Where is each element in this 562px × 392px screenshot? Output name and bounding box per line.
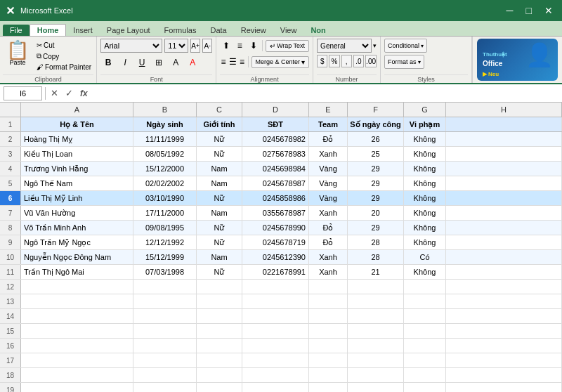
cell-e[interactable]: Vàng bbox=[309, 162, 348, 176]
cell-c[interactable]: Nữ bbox=[197, 221, 242, 235]
maximize-icon[interactable]: □ bbox=[523, 5, 535, 16]
col-header-b[interactable]: B bbox=[133, 103, 197, 117]
header-col-a[interactable]: Họ & Tên bbox=[21, 117, 133, 131]
col-header-e[interactable]: E bbox=[309, 103, 348, 117]
formula-confirm-icon[interactable]: ✓ bbox=[63, 88, 75, 98]
cell-d[interactable]: 0245678990 bbox=[242, 221, 309, 235]
cell-d[interactable]: 0355678987 bbox=[242, 206, 309, 220]
font-decrease-button[interactable]: A- bbox=[202, 39, 212, 53]
cell-b[interactable]: 03/10/1990 bbox=[133, 191, 197, 205]
cell-g[interactable]: Không bbox=[404, 132, 446, 146]
fill-color-button[interactable]: A bbox=[168, 55, 183, 70]
cell-e[interactable]: Đỏ bbox=[309, 132, 348, 146]
cell-e[interactable]: Đỏ bbox=[309, 235, 348, 249]
tab-page-layout[interactable]: Page Layout bbox=[100, 25, 157, 36]
cell-e[interactable]: Xanh bbox=[309, 250, 348, 264]
cell-f[interactable]: 29 bbox=[348, 162, 404, 176]
col-header-a[interactable]: A bbox=[21, 103, 133, 117]
cell-b[interactable]: 17/11/2000 bbox=[133, 206, 197, 220]
header-col-d[interactable]: SĐT bbox=[242, 117, 309, 131]
cell-c[interactable]: Nam bbox=[197, 206, 242, 220]
cell-b[interactable]: 15/12/1999 bbox=[133, 250, 197, 264]
border-button[interactable]: ⊞ bbox=[151, 55, 166, 70]
cell-a[interactable]: Ngô Thế Nam bbox=[21, 176, 133, 190]
col-header-f[interactable]: F bbox=[348, 103, 404, 117]
align-center-button[interactable]: ☰ bbox=[228, 55, 237, 69]
cell-e[interactable]: Xanh bbox=[309, 206, 348, 220]
cell-f[interactable]: 21 bbox=[348, 265, 404, 279]
empty-row[interactable]: 15 bbox=[0, 324, 562, 339]
wrap-text-button[interactable]: ↵ Wrap Text bbox=[266, 40, 309, 52]
format-as-table-button[interactable]: Format as ▾ bbox=[384, 55, 424, 69]
empty-row[interactable]: 18 bbox=[0, 368, 562, 383]
cell-f[interactable]: 25 bbox=[348, 147, 404, 161]
empty-row[interactable]: 16 bbox=[0, 339, 562, 353]
cell-c[interactable]: Nữ bbox=[197, 147, 242, 161]
cell-c[interactable]: Nữ bbox=[197, 191, 242, 205]
col-header-d[interactable]: D bbox=[242, 103, 309, 117]
cell-g[interactable]: Không bbox=[404, 147, 446, 161]
table-row[interactable]: 3 Kiều Thị Loan 08/05/1992 Nữ 0275678983… bbox=[0, 147, 562, 162]
formula-input[interactable] bbox=[93, 86, 558, 100]
cell-a[interactable]: Nguyễn Ngọc Đông Nam bbox=[21, 250, 133, 264]
merge-center-button[interactable]: Merge & Center ▾ bbox=[251, 56, 310, 68]
cell-c[interactable]: Nam bbox=[197, 162, 242, 176]
font-name-select[interactable]: ArialCalibriTimes New Roman bbox=[100, 39, 162, 53]
cell-b[interactable]: 11/11/1999 bbox=[133, 132, 197, 146]
cell-g[interactable]: Không bbox=[404, 265, 446, 279]
empty-row[interactable]: 12 bbox=[0, 280, 562, 294]
cell-b[interactable]: 15/12/2000 bbox=[133, 162, 197, 176]
cell-a[interactable]: Trương Vinh Hằng bbox=[21, 162, 133, 176]
cell-b[interactable]: 12/12/1992 bbox=[133, 235, 197, 249]
cell-d[interactable]: 0245698984 bbox=[242, 162, 309, 176]
cell-e[interactable]: Xanh bbox=[309, 147, 348, 161]
table-row[interactable]: 9 Ngô Trần Mỹ Ngọc 12/12/1992 Nữ 0245678… bbox=[0, 235, 562, 250]
cell-a[interactable]: Kiều Thị Loan bbox=[21, 147, 133, 161]
header-col-g[interactable]: Vi phạm bbox=[404, 117, 446, 131]
tab-non[interactable]: Non bbox=[303, 25, 332, 36]
cell-c[interactable]: Nữ bbox=[197, 235, 242, 249]
font-increase-button[interactable]: A+ bbox=[190, 39, 200, 53]
tab-insert[interactable]: Insert bbox=[66, 25, 100, 36]
tab-home[interactable]: Home bbox=[30, 24, 67, 36]
cell-d[interactable]: 0245678719 bbox=[242, 235, 309, 249]
formula-function-icon[interactable]: fx bbox=[78, 89, 90, 98]
underline-button[interactable]: U bbox=[134, 55, 150, 70]
table-row[interactable]: 5 Ngô Thế Nam 02/02/2002 Nam 0245678987 … bbox=[0, 176, 562, 191]
empty-row[interactable]: 17 bbox=[0, 353, 562, 368]
col-header-c[interactable]: C bbox=[197, 103, 242, 117]
formula-cancel-icon[interactable]: ✕ bbox=[48, 88, 60, 98]
cell-g[interactable]: Không bbox=[404, 221, 446, 235]
cell-e[interactable]: Xanh bbox=[309, 265, 348, 279]
cell-a[interactable]: Vũ Văn Hường bbox=[21, 206, 133, 220]
cell-c[interactable]: Nữ bbox=[197, 265, 242, 279]
cell-e[interactable]: Đỏ bbox=[309, 221, 348, 235]
cell-a[interactable]: Liều Thị Mỹ Linh bbox=[21, 191, 133, 205]
header-col-b[interactable]: Ngày sinh bbox=[133, 117, 197, 131]
cell-f[interactable]: 26 bbox=[348, 132, 404, 146]
cell-a[interactable]: Hoàng Thị Mỵ bbox=[21, 132, 133, 146]
cell-g[interactable]: Không bbox=[404, 235, 446, 249]
percent-button[interactable]: % bbox=[329, 55, 339, 67]
cell-d[interactable]: 0245858986 bbox=[242, 191, 309, 205]
tab-view[interactable]: View bbox=[273, 25, 304, 36]
cell-c[interactable]: Nam bbox=[197, 250, 242, 264]
col-header-h[interactable]: H bbox=[446, 103, 562, 117]
increase-decimal-button[interactable]: .00 bbox=[365, 55, 377, 67]
cell-g[interactable]: Không bbox=[404, 176, 446, 190]
empty-row[interactable]: 13 bbox=[0, 294, 562, 309]
cell-f[interactable]: 29 bbox=[348, 176, 404, 190]
italic-button[interactable]: I bbox=[117, 55, 133, 70]
cell-b[interactable]: 07/03/1998 bbox=[133, 265, 197, 279]
cell-g[interactable]: Không bbox=[404, 162, 446, 176]
cell-reference-box[interactable]: I6 bbox=[4, 86, 42, 100]
bold-button[interactable]: B bbox=[100, 55, 116, 70]
cell-d[interactable]: 0245678982 bbox=[242, 132, 309, 146]
cell-f[interactable]: 29 bbox=[348, 191, 404, 205]
cell-a[interactable]: Ngô Trần Mỹ Ngọc bbox=[21, 235, 133, 249]
table-row[interactable]: 10 Nguyễn Ngọc Đông Nam 15/12/1999 Nam 0… bbox=[0, 250, 562, 265]
cell-f[interactable]: 28 bbox=[348, 235, 404, 249]
cell-g[interactable]: Không bbox=[404, 191, 446, 205]
tab-review[interactable]: Review bbox=[234, 25, 273, 36]
cell-b[interactable]: 09/08/1995 bbox=[133, 221, 197, 235]
